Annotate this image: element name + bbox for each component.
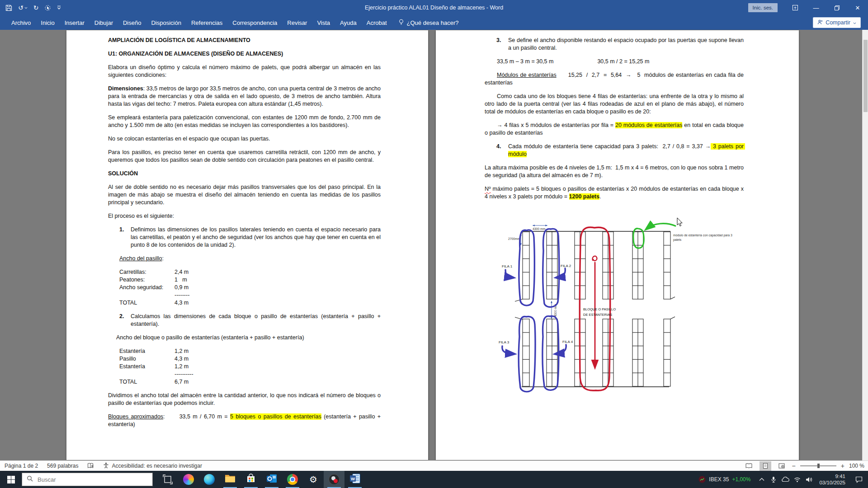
tab-vista[interactable]: Vista <box>312 15 335 30</box>
search-input[interactable] <box>37 476 136 483</box>
network-icon[interactable] <box>791 471 803 488</box>
zoom-level[interactable]: 100 % <box>849 463 864 469</box>
taskbar-search[interactable] <box>22 473 153 486</box>
tab-referencias[interactable]: Referencias <box>186 15 227 30</box>
svg-text:palets: palets <box>673 238 682 242</box>
table-row: TOTAL6,7 m <box>108 378 381 386</box>
window-title: Ejercicio práctico ALAL01 Diseño de alma… <box>0 5 868 11</box>
ribbon-display-options-icon[interactable] <box>785 0 806 15</box>
ribbon-tab-row: Archivo Inicio Insertar Dibujar Diseño D… <box>0 15 868 30</box>
table-ancho-bloque: Estantería1,2 m Pasillo4,3 m Estantería1… <box>108 347 381 386</box>
share-button[interactable]: Compartir <box>813 17 861 28</box>
module-note: módulo de estantería con capacidad para … <box>673 234 732 242</box>
tell-me-label: ¿Qué desea hacer? <box>407 19 459 26</box>
mouse-cursor <box>677 218 682 226</box>
action-center-button[interactable] <box>850 471 868 488</box>
start-button[interactable] <box>0 471 22 488</box>
document-area: AMPLIACIÓN DE LOGÍSTICA DE ALMACENAMIENT… <box>0 30 868 460</box>
paragraph-estanteria: Se empleará estantería para paletización… <box>108 114 381 129</box>
zoom-slider[interactable] <box>800 465 836 466</box>
list-item-4: 4. Cada módulo de estantería tiene capac… <box>485 143 744 158</box>
undo-button[interactable]: ↺ <box>18 4 28 11</box>
microphone-icon[interactable] <box>768 471 779 488</box>
scrollbar-thumb[interactable] <box>863 40 868 112</box>
redo-button[interactable]: ↻ <box>33 4 39 11</box>
table-row: Ancho seguridad:0,9 m <box>108 284 381 291</box>
taskbar-app-outlook[interactable] <box>261 471 282 488</box>
volume-icon[interactable] <box>803 471 815 488</box>
table-row: Peatones:1 m <box>108 276 381 284</box>
tab-acrobat[interactable]: Acrobat <box>362 15 392 30</box>
save-icon[interactable] <box>5 5 12 11</box>
tab-disposicion[interactable]: Disposición <box>146 15 186 30</box>
accessibility-status[interactable]: Accesibilidad: es necesario investigar <box>103 462 202 470</box>
touch-mode-icon[interactable] <box>44 5 51 11</box>
share-icon <box>817 19 823 26</box>
taskbar-app-edge[interactable] <box>199 471 220 488</box>
taskbar-app-store[interactable] <box>241 471 261 488</box>
dim-2700-label: 2700mm <box>508 237 520 240</box>
taskbar-app-obs[interactable] <box>324 471 344 488</box>
minimize-button[interactable]: — <box>806 0 826 15</box>
clock-time: 9:41 <box>819 473 845 479</box>
stock-ticker[interactable]: IBEX 35 +1,00% <box>693 476 756 483</box>
paragraph-pasillos: Para los pasillos, es preciso tener en c… <box>108 149 381 164</box>
paragraph-nmax: Nº máximo palets = 5 bloques o pasillos … <box>485 185 744 201</box>
taskbar-app-widgets[interactable] <box>178 471 199 488</box>
file-explorer-icon <box>225 474 236 485</box>
search-icon <box>27 475 33 483</box>
list-item-2: 2. Calculamos las dimensiones de cada bl… <box>108 313 381 328</box>
close-button[interactable]: ✕ <box>847 0 868 15</box>
taskbar-app-chrome[interactable] <box>282 471 303 488</box>
zoom-out-button[interactable]: − <box>792 463 796 469</box>
fila-2-label: FILA 2 <box>561 264 571 268</box>
task-view-button[interactable] <box>157 471 178 488</box>
tab-dibujar[interactable]: Dibujar <box>90 15 118 30</box>
tab-diseno[interactable]: Diseño <box>118 15 146 30</box>
taskbar-app-word[interactable]: W <box>344 471 365 488</box>
paragraph-bloques: Bloques aproximados: 33,5 m / 6,70 m = 5… <box>108 413 381 428</box>
tab-inicio[interactable]: Inicio <box>36 15 59 30</box>
tell-me-box[interactable]: ¿Qué desea hacer? <box>392 19 459 27</box>
taskbar: ⚙ W IBEX 35 +1,00% <box>0 471 868 488</box>
proofing-icon[interactable] <box>87 463 94 469</box>
restore-button[interactable] <box>826 0 847 15</box>
page-indicator[interactable]: Página 1 de 2 <box>5 463 38 469</box>
onedrive-cloud-icon[interactable] <box>779 471 791 488</box>
table-row: Estantería1,2 m <box>108 347 381 355</box>
paragraph-puertas: No se colocan estanterías en el espacio … <box>108 135 381 143</box>
table-row: Carretillas:2,4 m <box>108 268 381 276</box>
paragraph-filas: → 4 filas x 5 módulos de estanterías por… <box>485 122 744 137</box>
tab-ayuda[interactable]: Ayuda <box>335 15 362 30</box>
print-layout-button[interactable] <box>760 461 771 471</box>
title-bar: ↺ ↻ Ejercicio práctico ALAL01 Diseño de … <box>0 0 868 15</box>
table-row: TOTAL4,3 m <box>108 299 381 307</box>
fila-1-label: FILA 1 <box>502 264 513 268</box>
store-icon <box>246 474 256 485</box>
taskbar-app-settings[interactable]: ⚙ <box>303 471 324 488</box>
stock-icon <box>698 476 706 483</box>
hidden-icons-chevron[interactable] <box>756 471 768 488</box>
quick-access-toolbar: ↺ ↻ <box>0 4 61 11</box>
tab-insertar[interactable]: Insertar <box>60 15 90 30</box>
tab-correspondencia[interactable]: Correspondencia <box>227 15 282 30</box>
tab-revisar[interactable]: Revisar <box>282 15 312 30</box>
vertical-scrollbar[interactable] <box>862 30 868 460</box>
fila-4-label: FILA 4 <box>562 340 573 344</box>
sign-in-button[interactable]: Inic. ses. <box>748 3 778 12</box>
zoom-in-button[interactable]: + <box>841 463 844 469</box>
customize-quick-access-icon[interactable] <box>57 5 61 10</box>
taskbar-app-file-explorer[interactable] <box>220 471 241 488</box>
taskbar-clock[interactable]: 9:41 03/10/2025 <box>815 473 850 486</box>
read-mode-button[interactable] <box>743 461 755 471</box>
word-count[interactable]: 569 palabras <box>47 463 78 469</box>
web-layout-button[interactable] <box>776 461 788 471</box>
obs-icon <box>329 474 340 485</box>
doc-heading-2: U1: ORGANIZACIÓN DE ALMACENES (DISEÑO DE… <box>108 50 381 58</box>
zoom-slider-thumb[interactable] <box>817 464 820 468</box>
svg-text:módulo de estantería con capac: módulo de estantería con capacidad para … <box>673 234 732 237</box>
list-item-1: 1. Definimos las dimensiones de los pasi… <box>108 226 381 249</box>
document-page-1: AMPLIACIÓN DE LOGÍSTICA DE ALMACENAMIENT… <box>66 30 428 460</box>
paragraph-doble-sentido: Al ser de doble sentido no es necesario … <box>108 183 381 206</box>
tab-archivo[interactable]: Archivo <box>6 15 36 30</box>
